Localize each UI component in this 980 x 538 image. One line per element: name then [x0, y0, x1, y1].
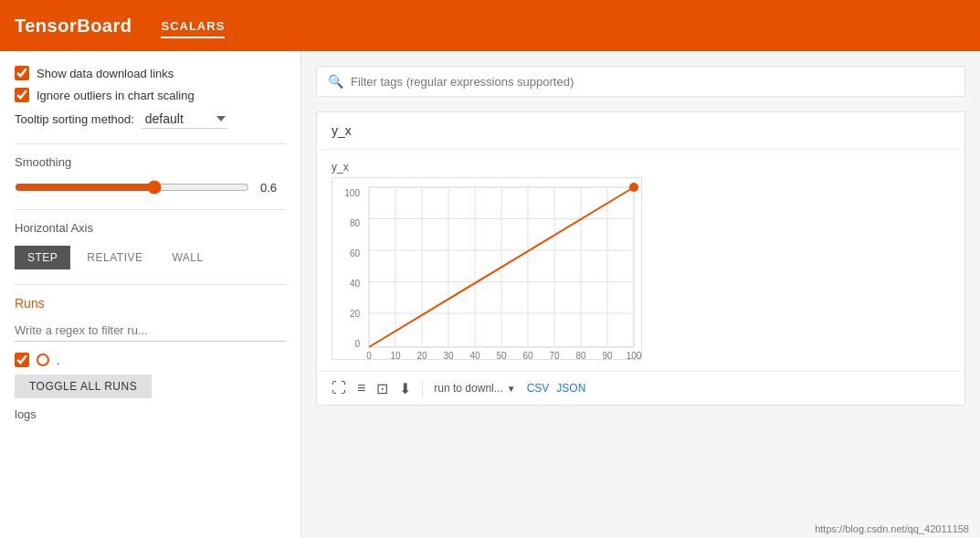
status-bar: https://blog.csdn.net/qq_42011158 — [804, 520, 980, 538]
axis-btn-wall[interactable]: WALL — [159, 246, 216, 269]
search-icon: 🔍 — [328, 74, 343, 89]
status-url: https://blog.csdn.net/qq_42011158 — [815, 523, 969, 534]
json-download-link[interactable]: JSON — [556, 382, 585, 395]
dropdown-arrow-icon: ▼ — [507, 384, 516, 394]
svg-text:40: 40 — [469, 351, 480, 361]
run-checkbox-dot[interactable] — [15, 353, 29, 367]
svg-text:70: 70 — [549, 351, 560, 361]
chart-inner-title: y_x — [332, 161, 950, 174]
chart-svg: 0 20 40 60 80 100 — [332, 178, 643, 361]
run-label-dot: . — [57, 353, 60, 367]
main-content: 🔍 y_x y_x 0 — [301, 51, 980, 538]
svg-text:40: 40 — [350, 279, 361, 289]
download-icon[interactable]: ⬇ — [399, 380, 411, 397]
filter-tags-input[interactable] — [351, 75, 954, 89]
select-area-icon[interactable]: ⊡ — [376, 380, 388, 397]
svg-text:10: 10 — [390, 351, 401, 361]
runs-section: Runs . TOGGLE ALL RUNS logs — [15, 296, 286, 421]
show-download-checkbox[interactable] — [15, 66, 29, 80]
y-axis: 0 20 40 60 80 100 — [344, 188, 360, 349]
list-icon[interactable]: ≡ — [357, 380, 365, 396]
svg-text:60: 60 — [522, 351, 533, 361]
run-color-dot — [37, 353, 49, 366]
chart-end-dot — [629, 183, 638, 192]
toggle-all-runs-button[interactable]: TOGGLE ALL RUNS — [15, 374, 152, 398]
svg-text:0: 0 — [354, 339, 360, 349]
app-logo: TensorBoard — [15, 16, 132, 37]
ignore-outliers-checkbox[interactable] — [15, 88, 29, 102]
svg-text:80: 80 — [350, 218, 361, 228]
horizontal-axis-section: Horizontal Axis STEP RELATIVE WALL — [15, 221, 286, 269]
svg-text:100: 100 — [344, 188, 360, 198]
app-header: TensorBoard SCALARS — [0, 0, 980, 51]
svg-text:90: 90 — [602, 351, 613, 361]
chart-header-title: y_x — [317, 112, 964, 150]
smoothing-value: 0.6 — [260, 181, 286, 195]
tooltip-sort-row: Tooltip sorting method: default ascendin… — [15, 110, 286, 129]
expand-icon[interactable]: ⛶ — [332, 380, 346, 396]
sidebar: Show data download links Ignore outliers… — [0, 51, 301, 538]
divider-2 — [15, 209, 286, 210]
divider-3 — [15, 284, 286, 285]
svg-text:20: 20 — [416, 351, 427, 361]
options-section: Show data download links Ignore outliers… — [15, 66, 286, 129]
ignore-outliers-row: Ignore outliers in chart scaling — [15, 88, 286, 102]
svg-text:0: 0 — [366, 351, 372, 361]
tooltip-sort-select[interactable]: default ascending descending nearest — [142, 110, 227, 129]
chart-body: y_x 0 20 40 — [317, 150, 964, 371]
smoothing-row: 0.6 — [15, 180, 286, 195]
run-item: . — [15, 353, 286, 367]
smoothing-title: Smoothing — [15, 155, 286, 169]
main-layout: Show data download links Ignore outliers… — [0, 51, 980, 538]
x-axis: 0 10 20 30 40 50 60 70 80 90 100 — [366, 351, 642, 361]
csv-download-link[interactable]: CSV — [527, 382, 550, 395]
svg-text:30: 30 — [443, 351, 454, 361]
footer-divider — [422, 379, 423, 397]
runs-filter-input[interactable] — [15, 320, 286, 342]
axis-btn-relative[interactable]: RELATIVE — [74, 246, 155, 269]
tooltip-sort-label: Tooltip sorting method: — [15, 112, 134, 126]
show-download-row: Show data download links — [15, 66, 286, 80]
main-nav: SCALARS — [161, 19, 225, 33]
axis-buttons-group: STEP RELATIVE WALL — [15, 246, 286, 269]
nav-scalars[interactable]: SCALARS — [161, 19, 225, 38]
download-links: CSV JSON — [527, 382, 586, 395]
chart-svg-container: 0 20 40 60 80 100 — [332, 177, 642, 360]
smoothing-slider[interactable] — [15, 180, 249, 195]
ignore-outliers-label: Ignore outliers in chart scaling — [37, 89, 195, 102]
chart-footer: ⛶ ≡ ⊡ ⬇ run to downl... ▼ CSV JSON — [317, 371, 964, 405]
svg-text:80: 80 — [575, 351, 586, 361]
show-download-label: Show data download links — [37, 67, 174, 80]
horizontal-axis-title: Horizontal Axis — [15, 221, 286, 235]
divider-1 — [15, 143, 286, 144]
svg-text:60: 60 — [350, 248, 361, 258]
smoothing-section: Smoothing 0.6 — [15, 155, 286, 195]
run-dropdown-label: run to downl... — [434, 382, 502, 395]
filter-bar: 🔍 — [316, 66, 965, 97]
axis-btn-step[interactable]: STEP — [15, 246, 70, 269]
runs-title: Runs — [15, 296, 286, 311]
svg-text:50: 50 — [496, 351, 507, 361]
logs-label: logs — [15, 407, 286, 421]
svg-text:20: 20 — [350, 309, 361, 319]
chart-card-yx: y_x y_x 0 20 — [316, 111, 965, 406]
svg-text:100: 100 — [627, 351, 642, 361]
run-dropdown[interactable]: run to downl... ▼ — [434, 382, 515, 395]
